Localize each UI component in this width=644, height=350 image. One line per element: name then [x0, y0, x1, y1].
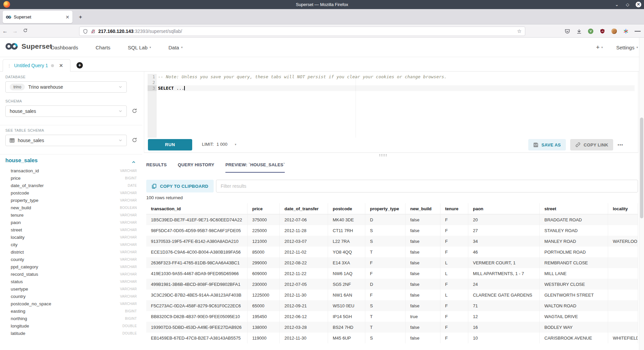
- schema-column[interactable]: new_buildBOOLEAN: [0, 204, 142, 211]
- schema-column[interactable]: ppd_categoryVARCHAR: [0, 263, 142, 270]
- extension-asterisk-icon[interactable]: [623, 28, 629, 34]
- tab-preview-house-sales[interactable]: PREVIEW: `HOUSE_SALES`: [225, 162, 285, 173]
- schema-select[interactable]: house_sales: [5, 105, 127, 117]
- ublock-icon[interactable]: uB: [599, 28, 605, 34]
- save-as-button[interactable]: SAVE AS: [528, 139, 566, 150]
- page-scrollbar[interactable]: [639, 38, 644, 350]
- schema-column[interactable]: tenureVARCHAR: [0, 211, 142, 219]
- column-header[interactable]: locality: [608, 203, 638, 214]
- forward-icon[interactable]: →: [10, 28, 20, 34]
- column-header[interactable]: property_type: [365, 203, 406, 214]
- reload-icon[interactable]: [20, 28, 30, 34]
- schema-column[interactable]: property_typeVARCHAR: [0, 196, 142, 204]
- column-header[interactable]: transaction_id: [146, 203, 248, 214]
- query-tab-close-icon[interactable]: ✕: [59, 63, 63, 68]
- filter-results-input[interactable]: [216, 180, 638, 192]
- nav-dashboards[interactable]: Dashboards: [51, 45, 78, 50]
- schema-column[interactable]: eastingBIGINT: [0, 307, 142, 315]
- schema-column[interactable]: latitudeDOUBLE: [0, 330, 142, 337]
- schema-column[interactable]: statusVARCHAR: [0, 278, 142, 285]
- url-bar[interactable]: 217.160.120.143:32393/superset/sqllab/ ☆: [79, 27, 525, 36]
- schema-column[interactable]: transaction_idVARCHAR: [0, 167, 142, 174]
- schema-column[interactable]: record_statusVARCHAR: [0, 270, 142, 278]
- copy-link-button[interactable]: COPY LINK: [570, 139, 613, 150]
- schema-column[interactable]: usertypeVARCHAR: [0, 285, 142, 293]
- tab-query-history[interactable]: QUERY HISTORY: [178, 162, 214, 173]
- schema-column[interactable]: streetVARCHAR: [0, 226, 142, 233]
- schema-column[interactable]: postcodeVARCHAR: [0, 189, 142, 196]
- new-item-button[interactable]: +▾: [596, 44, 603, 51]
- privacy-badger-icon[interactable]: V: [588, 28, 594, 34]
- copy-to-clipboard-button[interactable]: COPY TO CLIPBOARD: [146, 180, 214, 192]
- refresh-schema-icon[interactable]: [131, 108, 138, 115]
- schema-column[interactable]: date_of_transferDATE: [0, 182, 142, 189]
- nav-data[interactable]: Data▾: [168, 45, 182, 50]
- pane-resize-handle[interactable]: [379, 154, 387, 157]
- tab-close-icon[interactable]: ✕: [65, 14, 69, 20]
- superset-logo[interactable]: Superset: [5, 42, 52, 50]
- grid-row: F5C273AC-0D2A-458F-8279-9C61F0C22EC66500…: [146, 300, 638, 311]
- schema-column[interactable]: districtVARCHAR: [0, 248, 142, 256]
- scrollbar-thumb[interactable]: [640, 118, 643, 218]
- schema-column[interactable]: postcode_no_spaceVARCHAR: [0, 300, 142, 307]
- collapse-icon[interactable]: [131, 160, 136, 166]
- column-header[interactable]: new_build: [406, 203, 440, 214]
- column-header[interactable]: tenure: [440, 203, 468, 214]
- browser-new-tab-button[interactable]: +: [76, 13, 85, 21]
- sql-editor[interactable]: 1 2 3 -- Note: Unless you save your quer…: [148, 74, 635, 138]
- nav-sql-lab[interactable]: SQL Lab▾: [128, 45, 151, 50]
- window-maximize-icon[interactable]: ◇: [625, 2, 630, 7]
- divider: [0, 125, 142, 125]
- schema-column[interactable]: northingBIGINT: [0, 315, 142, 322]
- tracking-shield-icon[interactable]: [83, 29, 88, 34]
- refresh-table-icon[interactable]: [131, 137, 138, 144]
- new-query-tab-button[interactable]: +: [76, 62, 83, 69]
- grid-cell: WS10 0EU: [328, 300, 365, 311]
- browser-tab[interactable]: Superset ✕: [3, 11, 72, 23]
- downloads-icon[interactable]: [576, 28, 582, 34]
- menu-icon[interactable]: [635, 28, 641, 34]
- table-select[interactable]: house_sales: [5, 135, 127, 146]
- limit-dropdown[interactable]: LIMIT: 1 000 ▾: [202, 142, 236, 147]
- more-actions-button[interactable]: •••: [618, 142, 623, 147]
- cookie-extension-icon[interactable]: [611, 28, 617, 34]
- insecure-lock-icon[interactable]: [91, 29, 96, 34]
- table-schema-title[interactable]: house_sales: [5, 158, 38, 164]
- column-name: status: [11, 279, 120, 284]
- column-header[interactable]: paon: [468, 203, 540, 214]
- column-header[interactable]: price: [248, 203, 280, 214]
- grid-cell: [608, 257, 638, 268]
- schema-column[interactable]: localityVARCHAR: [0, 233, 142, 241]
- database-select[interactable]: trino Trino warehouse: [5, 81, 127, 93]
- tab-results[interactable]: RESULTS: [146, 162, 167, 173]
- schema-column[interactable]: countyVARCHAR: [0, 256, 142, 263]
- schema-column[interactable]: paonVARCHAR: [0, 219, 142, 226]
- settings-menu[interactable]: Settings▾: [616, 45, 638, 50]
- pocket-icon[interactable]: [564, 28, 570, 34]
- grid-cell: T: [365, 322, 406, 333]
- column-name: property_type: [11, 198, 120, 203]
- nav-charts[interactable]: Charts: [96, 45, 110, 50]
- run-button[interactable]: RUN: [148, 139, 192, 150]
- schema-column[interactable]: cityVARCHAR: [0, 241, 142, 248]
- back-icon[interactable]: ←: [0, 28, 10, 34]
- copy-icon: [152, 184, 157, 189]
- bookmark-star-icon[interactable]: ☆: [517, 28, 522, 34]
- results-grid[interactable]: transaction_idpricedate_of_transferpostc…: [146, 203, 638, 350]
- url-text[interactable]: 217.160.120.143:32393/superset/sqllab/: [98, 29, 515, 34]
- schema-column[interactable]: priceBIGINT: [0, 174, 142, 182]
- schema-column[interactable]: countryVARCHAR: [0, 293, 142, 300]
- query-tab[interactable]: ⋮ Untitled Query 1 ✕: [3, 59, 70, 72]
- schema-column[interactable]: longitudeDOUBLE: [0, 322, 142, 330]
- column-header[interactable]: date_of_transfer: [280, 203, 328, 214]
- drag-grip-icon[interactable]: ⋮: [7, 63, 11, 68]
- browser-toolbar: ← → 217.160.120.143:32393/superset/sqlla…: [0, 25, 644, 38]
- column-header[interactable]: street: [540, 203, 608, 214]
- window-minimize-icon[interactable]: ⌄: [614, 2, 620, 7]
- grid-cell: 46: [468, 247, 540, 257]
- editor-toolbar: RUN LIMIT: 1 000 ▾ SAVE AS: [144, 138, 638, 152]
- column-header[interactable]: postcode: [328, 203, 365, 214]
- window-close-icon[interactable]: ✕: [636, 2, 641, 7]
- column-name: paon: [11, 220, 120, 225]
- grid-cell: E14 3XA: [328, 257, 365, 268]
